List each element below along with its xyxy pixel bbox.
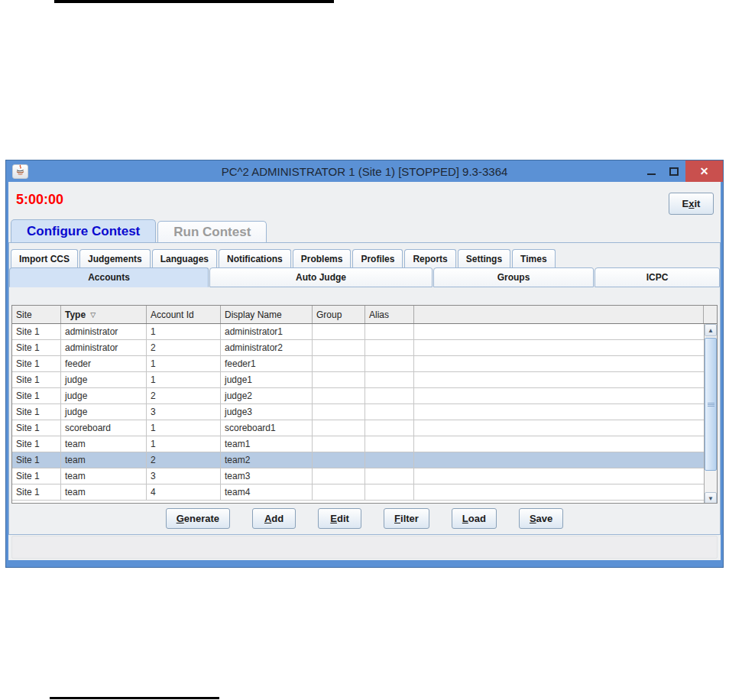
scrollbar-grip-icon <box>708 404 714 405</box>
table-cell <box>365 340 414 356</box>
table-cell: team <box>61 468 147 484</box>
exit-button[interactable]: Exit <box>669 193 714 215</box>
table-row[interactable]: Site 1administrator2administrator2 <box>12 340 704 356</box>
table-row[interactable]: Site 1administrator1administrator1 <box>12 324 704 340</box>
table-cell: 3 <box>147 404 221 420</box>
column-header-group[interactable]: Group <box>313 306 365 323</box>
table-cell <box>365 372 414 388</box>
table-cell-filler <box>414 436 704 452</box>
edit-button[interactable]: Edit <box>318 508 361 529</box>
tab-problems[interactable]: Problems <box>293 249 352 267</box>
table-cell: administrator <box>61 324 147 340</box>
table-cell: team <box>61 484 147 501</box>
status-bar <box>11 536 718 559</box>
close-icon: ✕ <box>700 165 709 177</box>
table-cell: Site 1 <box>12 340 61 356</box>
table-row[interactable]: Site 1team3team3 <box>12 468 704 484</box>
tab-times[interactable]: Times <box>512 249 555 267</box>
table-cell: Site 1 <box>12 356 61 372</box>
table-cell: judge <box>61 388 147 404</box>
scroll-down-button[interactable]: ▼ <box>705 492 717 504</box>
load-button[interactable]: Load <box>452 508 497 529</box>
tab-languages[interactable]: Languages <box>152 249 217 267</box>
table-row[interactable]: Site 1team2team2 <box>12 452 704 468</box>
table-row[interactable]: Site 1team4team4 <box>12 484 704 501</box>
tab-auto-judge[interactable]: Auto Judge <box>209 267 433 287</box>
table-cell: Site 1 <box>12 404 61 420</box>
table-cell <box>313 340 365 356</box>
table-cell <box>365 452 414 468</box>
table-cell-filler <box>414 372 704 388</box>
pc2-administrator-window: PC^2 ADMINISTRATOR 1 (Site 1) [STOPPED] … <box>6 160 723 567</box>
column-header-type[interactable]: Type ▽ <box>61 306 147 323</box>
table-row[interactable]: Site 1judge2judge2 <box>12 388 704 404</box>
table-row[interactable]: Site 1judge3judge3 <box>12 404 704 420</box>
scrollbar-thumb[interactable] <box>705 338 717 471</box>
main-tab-bar: Configure Contest Run Contest <box>11 219 268 243</box>
tab-settings[interactable]: Settings <box>458 249 510 267</box>
generate-button[interactable]: Generate <box>166 508 230 529</box>
table-cell: 1 <box>147 356 221 372</box>
add-button[interactable]: Add <box>252 508 296 529</box>
table-cell: Site 1 <box>12 484 61 501</box>
table-cell: 1 <box>147 372 221 388</box>
minimize-button[interactable] <box>640 160 663 182</box>
table-row[interactable]: Site 1judge1judge1 <box>12 372 704 388</box>
system-menu-button[interactable] <box>12 164 28 179</box>
column-header-account-id[interactable]: Account Id <box>147 306 221 323</box>
filter-button[interactable]: Filter <box>384 508 429 529</box>
table-row[interactable]: Site 1team1team1 <box>12 436 704 452</box>
table-cell-filler <box>414 388 704 404</box>
table-cell: 1 <box>147 436 221 452</box>
table-cell: judge <box>61 404 147 420</box>
table-cell: Site 1 <box>12 436 61 452</box>
table-cell: Site 1 <box>12 372 61 388</box>
table-cell <box>313 324 365 340</box>
scroll-up-icon: ▲ <box>708 327 714 334</box>
tab-groups[interactable]: Groups <box>433 267 594 287</box>
table-cell: team <box>61 436 147 452</box>
column-header-alias[interactable]: Alias <box>365 306 414 323</box>
table-cell <box>365 324 414 340</box>
tab-reports[interactable]: Reports <box>404 249 455 267</box>
window-title: PC^2 ADMINISTRATOR 1 (Site 1) [STOPPED] … <box>222 165 508 178</box>
vertical-scrollbar[interactable]: ▲ ▼ <box>704 324 717 504</box>
tab-accounts[interactable]: Accounts <box>9 267 209 287</box>
titlebar[interactable]: PC^2 ADMINISTRATOR 1 (Site 1) [STOPPED] … <box>6 160 723 182</box>
tab-run-contest[interactable]: Run Contest <box>157 221 267 243</box>
document-rule-top <box>54 0 334 3</box>
table-cell <box>365 420 414 436</box>
maximize-button[interactable] <box>663 160 685 182</box>
account-actions-bar: Generate Add Edit Filter Load Save <box>9 508 720 529</box>
column-header-site[interactable]: Site <box>12 306 61 323</box>
table-row[interactable]: Site 1feeder1feeder1 <box>12 356 704 372</box>
tab-configure-contest[interactable]: Configure Contest <box>11 219 156 243</box>
scrollbar-track[interactable] <box>705 471 717 491</box>
table-cell: scoreboard <box>61 420 147 436</box>
minimize-icon <box>647 173 656 175</box>
table-cell: 1 <box>147 324 221 340</box>
sort-descending-icon: ▽ <box>90 311 96 319</box>
table-cell <box>365 388 414 404</box>
tab-profiles[interactable]: Profiles <box>352 249 403 267</box>
save-button[interactable]: Save <box>519 508 563 529</box>
close-button[interactable]: ✕ <box>685 160 723 182</box>
table-cell: judge3 <box>221 404 313 420</box>
scroll-up-button[interactable]: ▲ <box>705 324 717 336</box>
table-cell: Site 1 <box>12 452 61 468</box>
table-cell: Site 1 <box>12 420 61 436</box>
table-cell: administrator <box>61 340 147 356</box>
table-cell: 2 <box>147 452 221 468</box>
column-header-filler <box>414 306 704 323</box>
table-row[interactable]: Site 1scoreboard1scoreboard1 <box>12 420 704 436</box>
accounts-table-body: Site 1administrator1administrator1Site 1… <box>12 324 704 504</box>
tab-import-ccs[interactable]: Import CCS <box>11 249 78 267</box>
table-cell <box>313 436 365 452</box>
tab-icpc[interactable]: ICPC <box>595 267 720 287</box>
table-cell: scoreboard1 <box>221 420 313 436</box>
tab-notifications[interactable]: Notifications <box>219 249 291 267</box>
table-cell <box>313 388 365 404</box>
table-cell: feeder1 <box>221 356 313 372</box>
tab-judgements[interactable]: Judgements <box>79 249 151 267</box>
column-header-display-name[interactable]: Display Name <box>221 306 313 323</box>
